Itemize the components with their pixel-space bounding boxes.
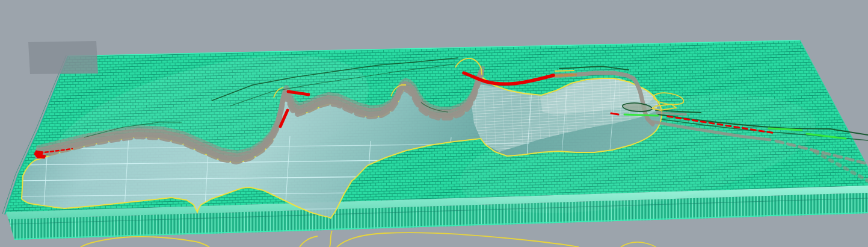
construction-plane[interactable] bbox=[28, 41, 98, 74]
scene-canvas[interactable] bbox=[0, 0, 868, 247]
shore-fragment bbox=[555, 70, 574, 71]
3d-viewport[interactable] bbox=[0, 0, 868, 247]
route-tick[interactable] bbox=[611, 113, 618, 114]
road-tan-dashes bbox=[554, 75, 576, 76]
